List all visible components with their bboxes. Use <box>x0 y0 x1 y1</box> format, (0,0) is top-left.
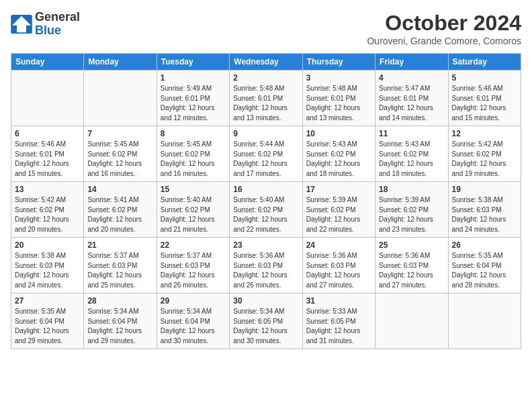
calendar-cell: 20Sunrise: 5:38 AMSunset: 6:03 PMDayligh… <box>11 238 84 293</box>
day-number: 8 <box>161 129 226 138</box>
calendar-cell: 4Sunrise: 5:47 AMSunset: 6:01 PMDaylight… <box>375 71 448 126</box>
calendar-cell: 7Sunrise: 5:45 AMSunset: 6:02 PMDaylight… <box>84 126 157 182</box>
calendar-cell: 5Sunrise: 5:46 AMSunset: 6:01 PMDaylight… <box>448 71 521 126</box>
day-info: Sunrise: 5:34 AMSunset: 6:04 PMDaylight:… <box>161 307 226 346</box>
calendar-cell: 21Sunrise: 5:37 AMSunset: 6:03 PMDayligh… <box>84 238 157 293</box>
calendar-cell: 8Sunrise: 5:45 AMSunset: 6:02 PMDaylight… <box>157 126 229 182</box>
calendar-cell: 19Sunrise: 5:38 AMSunset: 6:03 PMDayligh… <box>448 182 521 238</box>
calendar-cell: 12Sunrise: 5:42 AMSunset: 6:02 PMDayligh… <box>448 126 521 182</box>
day-info: Sunrise: 5:43 AMSunset: 6:02 PMDaylight:… <box>306 140 371 179</box>
day-number: 12 <box>452 129 517 138</box>
day-info: Sunrise: 5:47 AMSunset: 6:01 PMDaylight:… <box>379 84 444 123</box>
day-info: Sunrise: 5:34 AMSunset: 6:04 PMDaylight:… <box>87 307 152 346</box>
calendar-cell: 16Sunrise: 5:40 AMSunset: 6:02 PMDayligh… <box>230 182 302 238</box>
day-number: 27 <box>15 296 80 306</box>
day-info: Sunrise: 5:48 AMSunset: 6:01 PMDaylight:… <box>233 84 298 123</box>
day-info: Sunrise: 5:37 AMSunset: 6:03 PMDaylight:… <box>87 251 152 290</box>
calendar-cell <box>84 71 157 126</box>
week-row-5: 27Sunrise: 5:35 AMSunset: 6:04 PMDayligh… <box>11 293 521 349</box>
header-day-monday: Monday <box>84 54 157 71</box>
day-info: Sunrise: 5:36 AMSunset: 6:03 PMDaylight:… <box>379 251 444 290</box>
week-row-4: 20Sunrise: 5:38 AMSunset: 6:03 PMDayligh… <box>11 238 521 293</box>
week-row-3: 13Sunrise: 5:42 AMSunset: 6:02 PMDayligh… <box>11 182 521 238</box>
day-number: 31 <box>306 296 371 306</box>
day-info: Sunrise: 5:39 AMSunset: 6:02 PMDaylight:… <box>306 195 371 234</box>
header-day-wednesday: Wednesday <box>230 54 302 71</box>
logo-icon <box>11 15 32 34</box>
calendar-cell: 15Sunrise: 5:40 AMSunset: 6:02 PMDayligh… <box>157 182 229 238</box>
day-info: Sunrise: 5:36 AMSunset: 6:03 PMDaylight:… <box>306 251 371 290</box>
calendar-cell: 22Sunrise: 5:37 AMSunset: 6:03 PMDayligh… <box>157 238 229 293</box>
calendar-cell <box>448 293 521 349</box>
calendar-cell: 3Sunrise: 5:48 AMSunset: 6:01 PMDaylight… <box>302 71 375 126</box>
calendar-cell: 17Sunrise: 5:39 AMSunset: 6:02 PMDayligh… <box>302 182 375 238</box>
day-number: 16 <box>233 185 298 194</box>
calendar-cell: 27Sunrise: 5:35 AMSunset: 6:04 PMDayligh… <box>11 293 84 349</box>
day-info: Sunrise: 5:49 AMSunset: 6:01 PMDaylight:… <box>161 84 226 123</box>
day-number: 25 <box>379 240 444 250</box>
month-title: October 2024 <box>367 11 521 36</box>
day-info: Sunrise: 5:37 AMSunset: 6:03 PMDaylight:… <box>161 251 226 290</box>
header-day-friday: Friday <box>375 54 448 71</box>
calendar-body: 1Sunrise: 5:49 AMSunset: 6:01 PMDaylight… <box>11 71 521 349</box>
day-info: Sunrise: 5:44 AMSunset: 6:02 PMDaylight:… <box>233 140 298 179</box>
calendar-cell <box>375 293 448 349</box>
day-info: Sunrise: 5:40 AMSunset: 6:02 PMDaylight:… <box>233 195 298 234</box>
calendar-cell: 14Sunrise: 5:41 AMSunset: 6:02 PMDayligh… <box>84 182 157 238</box>
day-info: Sunrise: 5:42 AMSunset: 6:02 PMDaylight:… <box>452 140 517 179</box>
day-info: Sunrise: 5:40 AMSunset: 6:02 PMDaylight:… <box>161 195 226 234</box>
day-info: Sunrise: 5:42 AMSunset: 6:02 PMDaylight:… <box>15 195 80 234</box>
logo-line1: General <box>35 11 80 24</box>
calendar-cell: 10Sunrise: 5:43 AMSunset: 6:02 PMDayligh… <box>302 126 375 182</box>
day-number: 2 <box>233 73 298 83</box>
day-number: 22 <box>161 240 226 250</box>
day-info: Sunrise: 5:45 AMSunset: 6:02 PMDaylight:… <box>161 140 226 179</box>
calendar-cell: 28Sunrise: 5:34 AMSunset: 6:04 PMDayligh… <box>84 293 157 349</box>
calendar-cell: 31Sunrise: 5:33 AMSunset: 6:05 PMDayligh… <box>302 293 375 349</box>
week-row-1: 1Sunrise: 5:49 AMSunset: 6:01 PMDaylight… <box>11 71 521 126</box>
calendar-table: SundayMondayTuesdayWednesdayThursdayFrid… <box>11 53 521 349</box>
day-number: 1 <box>161 73 226 83</box>
calendar-cell: 25Sunrise: 5:36 AMSunset: 6:03 PMDayligh… <box>375 238 448 293</box>
day-number: 10 <box>306 129 371 138</box>
day-number: 6 <box>15 129 80 138</box>
calendar-cell: 18Sunrise: 5:39 AMSunset: 6:02 PMDayligh… <box>375 182 448 238</box>
day-info: Sunrise: 5:36 AMSunset: 6:03 PMDaylight:… <box>233 251 298 290</box>
day-number: 4 <box>379 73 444 83</box>
day-number: 21 <box>87 240 152 250</box>
day-info: Sunrise: 5:39 AMSunset: 6:02 PMDaylight:… <box>379 195 444 234</box>
day-number: 30 <box>233 296 298 306</box>
header-day-thursday: Thursday <box>302 54 375 71</box>
day-info: Sunrise: 5:46 AMSunset: 6:01 PMDaylight:… <box>452 84 517 123</box>
day-number: 26 <box>452 240 517 250</box>
calendar-cell: 30Sunrise: 5:34 AMSunset: 6:05 PMDayligh… <box>230 293 302 349</box>
header-day-saturday: Saturday <box>448 54 521 71</box>
location-subtitle: Ouroveni, Grande Comore, Comoros <box>367 36 521 46</box>
day-number: 11 <box>379 129 444 138</box>
day-info: Sunrise: 5:48 AMSunset: 6:01 PMDaylight:… <box>306 84 371 123</box>
day-number: 9 <box>233 129 298 138</box>
calendar-cell: 11Sunrise: 5:43 AMSunset: 6:02 PMDayligh… <box>375 126 448 182</box>
calendar-header-row: SundayMondayTuesdayWednesdayThursdayFrid… <box>11 54 521 71</box>
day-number: 28 <box>87 296 152 306</box>
calendar-cell: 6Sunrise: 5:46 AMSunset: 6:01 PMDaylight… <box>11 126 84 182</box>
day-info: Sunrise: 5:38 AMSunset: 6:03 PMDaylight:… <box>15 251 80 290</box>
header-day-tuesday: Tuesday <box>157 54 229 71</box>
day-number: 23 <box>233 240 298 250</box>
day-number: 19 <box>452 185 517 194</box>
calendar-cell: 1Sunrise: 5:49 AMSunset: 6:01 PMDaylight… <box>157 71 229 126</box>
day-info: Sunrise: 5:46 AMSunset: 6:01 PMDaylight:… <box>15 140 80 179</box>
logo: General Blue <box>11 11 80 38</box>
calendar-cell: 29Sunrise: 5:34 AMSunset: 6:04 PMDayligh… <box>157 293 229 349</box>
logo-line2: Blue <box>35 24 80 38</box>
day-number: 29 <box>161 296 226 306</box>
day-info: Sunrise: 5:35 AMSunset: 6:04 PMDaylight:… <box>15 307 80 346</box>
calendar-cell: 26Sunrise: 5:35 AMSunset: 6:04 PMDayligh… <box>448 238 521 293</box>
day-number: 5 <box>452 73 517 83</box>
day-number: 17 <box>306 185 371 194</box>
day-info: Sunrise: 5:45 AMSunset: 6:02 PMDaylight:… <box>87 140 152 179</box>
day-number: 3 <box>306 73 371 83</box>
page-header: General Blue October 2024 Ouroveni, Gran… <box>11 11 521 46</box>
calendar-cell: 24Sunrise: 5:36 AMSunset: 6:03 PMDayligh… <box>302 238 375 293</box>
day-number: 7 <box>87 129 152 138</box>
